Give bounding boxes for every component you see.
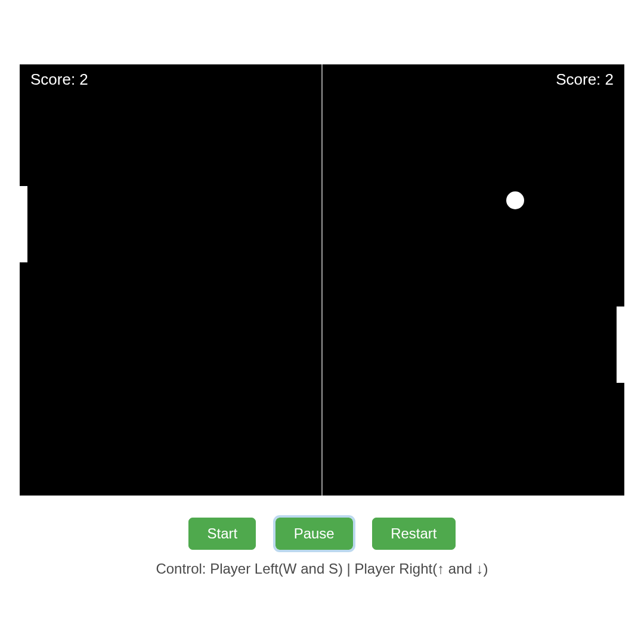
paddle-right: [617, 306, 624, 383]
start-button[interactable]: Start: [188, 518, 256, 550]
pause-button[interactable]: Pause: [275, 518, 353, 550]
score-left: Score: 2: [30, 70, 88, 89]
instructions-text: Control: Player Left(W and S) | Player R…: [0, 561, 644, 577]
score-right: Score: 2: [556, 70, 614, 89]
paddle-left: [20, 186, 27, 262]
center-line: [321, 64, 323, 496]
restart-button[interactable]: Restart: [372, 518, 455, 550]
controls-row: Start Pause Restart: [0, 518, 644, 550]
game-stage[interactable]: Score: 2 Score: 2: [20, 64, 624, 496]
ball: [506, 191, 524, 209]
